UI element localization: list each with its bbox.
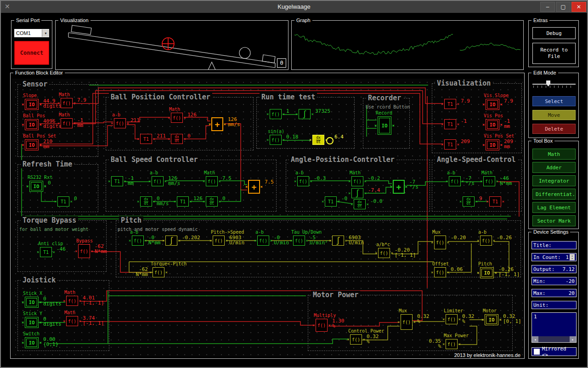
block-body[interactable]: f() bbox=[171, 113, 183, 123]
block-a-b[interactable]: a-bf()-0.3 bbox=[297, 176, 309, 186]
block-body[interactable]: T1 bbox=[489, 196, 501, 207]
block-add[interactable]: +126mm/s bbox=[211, 117, 223, 131]
block-body[interactable]: ∫ bbox=[165, 236, 177, 246]
block-body[interactable]: f() bbox=[446, 314, 458, 324]
max-field[interactable]: Max: 20 bbox=[531, 289, 577, 297]
close-button[interactable]: ✕ bbox=[571, 2, 586, 12]
block-math[interactable]: Mathf()7.9 bbox=[61, 98, 73, 108]
block-math[interactable]: Mathf()7.5 bbox=[206, 176, 218, 186]
block-control-power[interactable]: Control Powerf()0.32% bbox=[350, 334, 362, 345]
block-vis-pos[interactable]: Vis PosIO-1mm bbox=[486, 119, 499, 130]
block-body[interactable]: f() bbox=[61, 98, 73, 108]
titlebar[interactable]: ✕ Kugelwaage – ▢ ✕ bbox=[1, 1, 587, 13]
block-max-power[interactable]: Max Powerf()0.35% bbox=[446, 339, 458, 349]
block-torque-pitch[interactable]: Torque<-Pitchf()-62N*mm bbox=[153, 267, 164, 277]
block-body[interactable]: f() bbox=[480, 236, 492, 246]
connect-button[interactable]: Connect bbox=[14, 41, 49, 65]
scroll-right-icon[interactable]: ▸ bbox=[570, 336, 576, 342]
block-body[interactable]: ∫ bbox=[299, 109, 311, 119]
block-stick-x[interactable]: Stick XIO0digits bbox=[25, 297, 39, 308]
min-field[interactable]: Min: -20 bbox=[531, 277, 577, 285]
block-body[interactable]: T1 bbox=[40, 247, 52, 257]
block-math[interactable]: Mathf()-1mm bbox=[61, 118, 73, 128]
block-a-b[interactable]: a-bf()-7°/s bbox=[449, 176, 461, 186]
block-body[interactable]: + bbox=[211, 117, 223, 131]
block-ddt[interactable]: dxdt0 bbox=[171, 134, 183, 144]
block-body[interactable]: T1 bbox=[444, 119, 456, 129]
block-body[interactable]: f() bbox=[78, 244, 90, 258]
block-t1[interactable]: T17.9 bbox=[444, 99, 456, 109]
minimize-button[interactable]: – bbox=[540, 2, 555, 12]
unit-field[interactable]: Unit: bbox=[531, 301, 577, 309]
block-body[interactable]: f() bbox=[434, 267, 446, 277]
block-ball-pos-set[interactable]: Ball Pos SetIO210mm bbox=[25, 139, 39, 150]
block-body[interactable]: T1 bbox=[444, 99, 456, 109]
block-body[interactable]: IO bbox=[25, 337, 39, 348]
block-body[interactable]: dxdt bbox=[354, 199, 366, 209]
block-math[interactable]: Mathf()4.01[-1, 1] bbox=[66, 296, 78, 306]
in-count-field[interactable]: In Count: 1 ▴▾ bbox=[531, 253, 577, 261]
block-a-b[interactable]: a-bf()-0N*mm bbox=[132, 236, 144, 246]
block-t1[interactable]: T10 bbox=[57, 196, 69, 207]
block-body[interactable]: ∫ bbox=[351, 188, 363, 198]
record-to-file-button[interactable]: Record to File bbox=[532, 43, 576, 64]
block-a-b[interactable]: a-bf()-0U/min bbox=[257, 236, 269, 246]
block-body[interactable]: f() bbox=[152, 176, 164, 186]
block-ddt[interactable]: dxdt6.4 bbox=[312, 135, 324, 145]
block-body[interactable]: IO bbox=[25, 317, 39, 328]
block-int[interactable]: ∫37325 bbox=[299, 109, 311, 119]
block-ddt[interactable]: dxdt0mm/s bbox=[140, 196, 152, 207]
select-mode-button[interactable]: Select bbox=[532, 96, 576, 106]
block-body[interactable]: T1 bbox=[57, 196, 69, 207]
block-body[interactable]: ∫ bbox=[332, 236, 344, 246]
block-a-b-c[interactable]: a/b*cf()-0.20[-1, 1] bbox=[378, 248, 390, 258]
block-body[interactable]: dxdt bbox=[140, 196, 152, 207]
block-mux[interactable]: Muxf()-0.20 bbox=[434, 236, 446, 249]
block-pitch-speed[interactable]: Pitch->Speedf()6903U/min bbox=[213, 236, 225, 246]
block-math[interactable]: Mathf()-46N*mm bbox=[483, 176, 495, 186]
block-motor[interactable]: MotorIO0.32[0, 1] bbox=[485, 314, 498, 325]
block-body[interactable]: dxdt bbox=[171, 134, 183, 144]
tool-integrator-button[interactable]: Integrator bbox=[532, 175, 576, 186]
block-sin-a[interactable]: sin(a)f()0.18 bbox=[270, 135, 282, 145]
block-t1[interactable]: T1 bbox=[489, 196, 501, 207]
block-add[interactable]: +-7°/s bbox=[393, 180, 405, 194]
block-switch[interactable]: SwitchIO0.00{0;1} bbox=[25, 337, 39, 348]
block-stick-y[interactable]: Stick YIO0digits bbox=[25, 317, 39, 328]
block-body[interactable]: IO bbox=[378, 116, 391, 135]
block-body[interactable]: f() bbox=[257, 236, 269, 246]
block-body[interactable]: f() bbox=[66, 316, 78, 326]
block-body[interactable]: f() bbox=[206, 176, 218, 186]
tool-math-button[interactable]: Math bbox=[532, 149, 576, 160]
block-body[interactable]: dxdt bbox=[312, 135, 324, 145]
block-body[interactable]: f() bbox=[213, 236, 225, 246]
block-body[interactable]: f() bbox=[270, 109, 282, 119]
block-body[interactable]: IO bbox=[480, 267, 494, 278]
mirrored-toggle[interactable]: Mirrored <> bbox=[531, 347, 577, 356]
maximize-button[interactable]: ▢ bbox=[556, 2, 571, 12]
mirrored-checkbox[interactable] bbox=[534, 349, 540, 355]
block-offset[interactable]: Offsetf()0.06 bbox=[434, 267, 446, 277]
block-bypass[interactable]: Bypassf()-62N*mm bbox=[78, 244, 90, 258]
block-pitch[interactable]: PitchIO-0.26[-1, 1] bbox=[480, 267, 494, 278]
in-count-spinner[interactable]: ▴▾ bbox=[570, 254, 575, 260]
block-multiply[interactable]: Multiplyf()1.30% bbox=[316, 319, 328, 332]
block-int[interactable]: ∫6903U/min bbox=[332, 236, 344, 246]
block-body[interactable]: IO bbox=[25, 119, 39, 130]
tool-lag-element-button[interactable]: Lag Element bbox=[532, 202, 576, 213]
block-math[interactable]: Mathf()3.74[-1, 1] bbox=[66, 316, 78, 326]
block-body[interactable]: IO bbox=[25, 99, 39, 110]
block-body[interactable]: IO bbox=[486, 119, 499, 130]
block-body[interactable]: T1 bbox=[325, 196, 337, 207]
com-port-select[interactable]: COM1 ▾ bbox=[14, 29, 49, 37]
scroll-left-icon[interactable]: ◂ bbox=[532, 336, 538, 342]
block-body[interactable]: f() bbox=[483, 176, 495, 186]
block-record[interactable]: RecordIO bbox=[378, 116, 391, 135]
tool-differentiator-button[interactable]: Differentiat. bbox=[532, 189, 576, 200]
block-body[interactable]: f() bbox=[350, 334, 362, 345]
block-body[interactable]: + bbox=[393, 180, 405, 194]
block-rs232-rxt[interactable]: RS232 RxtIO0 bbox=[29, 181, 43, 192]
block-body[interactable]: IO bbox=[486, 99, 499, 110]
block-body[interactable]: f() bbox=[378, 248, 390, 258]
block-vis-pos-set[interactable]: Vis Pos SetIO209mm bbox=[486, 139, 499, 150]
